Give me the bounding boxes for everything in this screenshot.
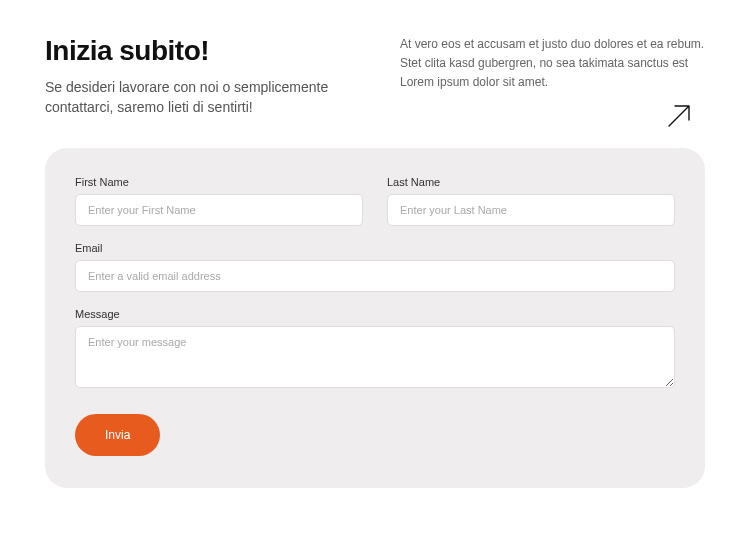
email-field: Email bbox=[75, 242, 675, 292]
last-name-input[interactable] bbox=[387, 194, 675, 226]
header-left: Inizia subito! Se desideri lavorare con … bbox=[45, 35, 350, 118]
subtitle: Se desideri lavorare con noi o semplicem… bbox=[45, 77, 350, 118]
first-name-input[interactable] bbox=[75, 194, 363, 226]
contact-form: First Name Last Name Email Message Invia bbox=[45, 148, 705, 488]
message-field: Message bbox=[75, 308, 675, 388]
first-name-label: First Name bbox=[75, 176, 363, 188]
email-label: Email bbox=[75, 242, 675, 254]
message-input[interactable] bbox=[75, 326, 675, 388]
message-label: Message bbox=[75, 308, 675, 320]
last-name-field: Last Name bbox=[387, 176, 675, 226]
submit-button[interactable]: Invia bbox=[75, 414, 160, 456]
description-text: At vero eos et accusam et justo duo dolo… bbox=[400, 35, 705, 93]
email-input[interactable] bbox=[75, 260, 675, 292]
first-name-field: First Name bbox=[75, 176, 363, 226]
header: Inizia subito! Se desideri lavorare con … bbox=[45, 35, 705, 118]
header-right: At vero eos et accusam et justo duo dolo… bbox=[400, 35, 705, 118]
page-title: Inizia subito! bbox=[45, 35, 350, 67]
last-name-label: Last Name bbox=[387, 176, 675, 188]
arrow-up-right-icon bbox=[663, 100, 695, 136]
